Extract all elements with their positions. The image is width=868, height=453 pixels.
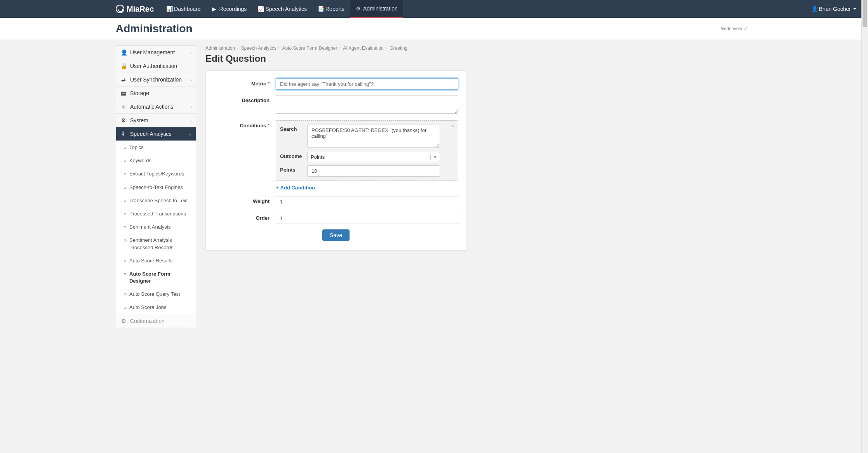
sidebar-item-system[interactable]: ⚙ System ‹	[116, 114, 196, 127]
sidebar: 👤 User Management ‹ 🔒 User Authenticatio…	[116, 45, 196, 328]
nav-label: Administration	[363, 5, 398, 12]
wide-view-toggle[interactable]: Wide view ⤢	[721, 26, 748, 31]
sidebar-item-storage[interactable]: 🖴 Storage ‹	[116, 87, 196, 100]
nav-administration[interactable]: ⚙ Administration	[350, 0, 403, 18]
nav-speech-analytics[interactable]: 📈 Speech Analytics	[252, 0, 312, 18]
subnav-processed-trans[interactable]: Processed Transcriptions	[116, 207, 196, 220]
outcome-select[interactable]: Points ▾	[307, 152, 440, 162]
sidebar-item-customization[interactable]: ⚙ Customization ‹	[116, 314, 196, 328]
sidebar-item-label: User Management	[130, 49, 175, 56]
subnav-sentiment[interactable]: Seniment Analysis	[116, 220, 196, 234]
add-condition-button[interactable]: + Add Condition	[276, 185, 315, 191]
plus-icon: +	[276, 185, 279, 191]
crumb-admin[interactable]: Administration	[205, 45, 235, 51]
nav-items: 📊 Dashboard ▶ Recordings 📈 Speech Analyt…	[161, 0, 403, 18]
expand-icon: ⤢	[744, 26, 748, 31]
subnav-sentiment-proc[interactable]: Sentiment Analysis Processed Records	[116, 234, 196, 254]
top-nav: MiaRec 📊 Dashboard ▶ Recordings 📈 Speech…	[0, 0, 868, 18]
order-label: Order	[214, 213, 276, 224]
mic-icon: 🎙	[121, 131, 126, 137]
wide-view-label: Wide view	[721, 26, 742, 31]
drive-icon: 🖴	[121, 90, 126, 96]
page-title: Edit Question	[205, 53, 466, 64]
user-name: Brian Gocher	[819, 6, 851, 12]
sidebar-item-label: User Synchronization	[130, 76, 182, 83]
brand[interactable]: MiaRec	[116, 5, 154, 14]
form-panel: Metric * Description Conditions * ×	[205, 70, 466, 251]
subnav-auto-score-jobs[interactable]: Auto Score Jobs	[116, 301, 196, 314]
user-menu[interactable]: 👤 Brian Gocher	[807, 6, 860, 12]
weight-input[interactable]	[276, 196, 458, 207]
nav-recordings[interactable]: ▶ Recordings	[206, 0, 252, 18]
scrollbar[interactable]: ▲	[861, 0, 868, 344]
scrollbar-thumb[interactable]	[863, 0, 867, 27]
weight-label: Weight	[214, 196, 276, 207]
sidebar-item-auto-actions[interactable]: ⚛ Automatic Actions ‹	[116, 100, 196, 114]
crumb-current: Greeting	[390, 45, 407, 51]
search-label: Search	[280, 125, 307, 132]
subnav-extract[interactable]: Extract Topics/Keywords	[116, 167, 196, 181]
metric-input[interactable]	[276, 78, 458, 90]
conditions-label: Conditions *	[214, 120, 276, 191]
order-input[interactable]	[276, 213, 458, 224]
save-button[interactable]: Save	[322, 229, 350, 241]
description-input[interactable]	[276, 95, 458, 114]
main-content: Administration› Speech Analytics› Auto S…	[205, 45, 466, 328]
crumb-designer[interactable]: Auto Score Form Designer	[282, 45, 337, 51]
subnav-topics[interactable]: Topics	[116, 141, 196, 154]
page-section-title: Administration	[116, 23, 193, 35]
nav-label: Speech Analytics	[265, 6, 307, 12]
nav-label: Reports	[325, 6, 344, 12]
sidebar-item-label: Storage	[130, 90, 149, 96]
chevron-left-icon: ‹	[190, 91, 192, 95]
subnav-query-test[interactable]: Auto Score Query Test	[116, 288, 196, 301]
metric-label: Metric *	[214, 78, 276, 90]
points-label: Points	[280, 165, 307, 173]
subnav-auto-score-results[interactable]: Auto Score Results	[116, 254, 196, 267]
subnav-auto-score-designer[interactable]: Auto Score Form Designer	[116, 267, 196, 288]
sidebar-subnav: Topics Keywords Extract Topics/Keywords …	[116, 141, 196, 314]
sidebar-item-speech-analytics[interactable]: 🎙 Speech Analytics ⌄	[116, 127, 196, 141]
sidebar-item-label: System	[130, 117, 148, 123]
sync-icon: ⇄	[121, 76, 126, 83]
caret-icon	[853, 8, 856, 10]
gear-icon: ⚙	[121, 117, 126, 123]
sidebar-item-label: Customization	[130, 318, 165, 324]
subnav-transcribe[interactable]: Transcribe Speech to Text	[116, 194, 196, 207]
chevron-left-icon: ‹	[190, 50, 192, 55]
chevron-left-icon: ‹	[190, 118, 192, 123]
user-icon: 👤	[811, 6, 817, 12]
nav-reports[interactable]: 📑 Reports	[312, 0, 350, 18]
chevron-left-icon: ‹	[190, 77, 192, 82]
nav-label: Dashboard	[174, 6, 201, 12]
search-input[interactable]: POSBEFORE:50 AGENT: REGEX "(you|thanks) …	[307, 125, 440, 148]
chevron-left-icon: ‹	[190, 319, 192, 323]
lock-icon: 🔒	[121, 63, 126, 69]
chart-icon: 📈	[257, 6, 263, 12]
description-label: Description	[214, 95, 276, 115]
crumb-eval[interactable]: AI Agent Evaluation	[343, 45, 384, 51]
gear-icon: ⚙	[121, 318, 126, 324]
chevron-left-icon: ‹	[190, 64, 192, 68]
caret-icon: ▾	[430, 154, 437, 160]
sidebar-item-user-auth[interactable]: 🔒 User Authentication ‹	[116, 59, 196, 73]
outcome-label: Outcome	[280, 152, 307, 159]
subnav-stt-engines[interactable]: Speech-to-Text Engines	[116, 181, 196, 194]
points-input[interactable]	[307, 165, 440, 177]
brand-icon	[116, 5, 124, 13]
chevron-left-icon: ‹	[190, 104, 192, 109]
subnav-keywords[interactable]: Keywords	[116, 154, 196, 167]
sidebar-item-user-mgmt[interactable]: 👤 User Management ‹	[116, 46, 196, 59]
chevron-down-icon: ⌄	[188, 132, 192, 137]
report-icon: 📑	[318, 6, 323, 12]
nav-dashboard[interactable]: 📊 Dashboard	[161, 0, 206, 18]
dashboard-icon: 📊	[166, 6, 172, 12]
condition-block: × Search POSBEFORE:50 AGENT: REGEX "(you…	[276, 120, 458, 181]
play-icon: ▶	[212, 6, 217, 12]
close-icon[interactable]: ×	[452, 123, 455, 129]
subheader: Administration Wide view ⤢	[0, 18, 868, 40]
sidebar-item-user-sync[interactable]: ⇄ User Synchronization ‹	[116, 73, 196, 87]
crumb-speech[interactable]: Speech Analytics	[241, 45, 276, 51]
breadcrumb: Administration› Speech Analytics› Auto S…	[205, 45, 466, 51]
outcome-value: Points	[311, 154, 325, 160]
